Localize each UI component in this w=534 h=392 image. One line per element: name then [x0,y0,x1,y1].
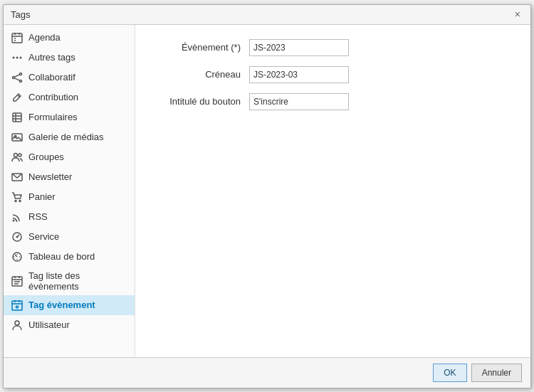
sidebar-item-tag-evenement[interactable]: Tag évènement [4,295,135,315]
group-icon [11,151,23,164]
share-icon [11,71,23,84]
sidebar-item-label: Formulaires [28,112,78,122]
sidebar-item-label: Utilisateur [28,319,70,330]
form-row-creneau: Créneau [157,66,509,83]
form-row-intitule-bouton: Intitulé du bouton [157,93,509,110]
sidebar-item-label: Autres tags [28,52,75,63]
svg-point-8 [20,56,22,58]
dots-icon [11,51,23,64]
sidebar-item-label: Collaboratif [28,72,75,83]
dialog-footer: OK Annuler [4,357,530,388]
svg-line-13 [15,78,20,80]
svg-point-7 [16,56,19,58]
service-icon [11,231,23,243]
sidebar-item-autres-tags[interactable]: Autres tags [4,48,135,68]
sidebar-item-contribution[interactable]: Contribution [4,88,135,107]
sidebar-item-groupes[interactable]: Groupes [4,147,135,167]
label-creneau: Créneau [157,69,249,80]
user-icon [11,319,23,332]
sidebar-item-panier[interactable]: Panier [4,187,135,207]
sidebar-item-agenda[interactable]: Agenda [4,28,135,48]
svg-point-26 [13,219,15,221]
sidebar-item-label: Tableau de bord [28,251,95,262]
sidebar-item-utilisateur[interactable]: Utilisateur [4,315,135,335]
sidebar-item-newsletter[interactable]: Newsletter [4,167,135,187]
edit-icon [11,91,23,104]
calendar-tag-icon [11,299,23,312]
svg-point-21 [14,153,18,157]
photo-icon [11,131,23,144]
svg-point-22 [19,154,21,157]
envelope-icon [11,171,23,184]
svg-rect-0 [12,33,22,43]
sidebar-item-tag-liste-evenements[interactable]: Tag liste des évènements [4,267,135,295]
svg-point-9 [20,73,22,75]
rss-icon [11,211,23,223]
dialog-title: Tags [11,9,30,20]
svg-rect-15 [13,113,21,122]
sidebar-item-label: Galerie de médias [28,132,104,142]
sidebar-item-rss[interactable]: RSS [4,207,135,227]
svg-point-28 [16,235,19,238]
svg-point-41 [15,321,19,325]
svg-point-10 [20,80,22,82]
svg-line-12 [15,74,20,76]
input-creneau[interactable] [249,66,349,83]
cancel-button[interactable]: Annuler [471,364,522,382]
sidebar: AgendaAutres tagsCollaboratifContributio… [4,25,135,357]
sidebar-item-label: Tag liste des évènements [28,270,127,292]
svg-point-11 [13,76,15,78]
main-content: Évènement (*)CréneauIntitulé du bouton [135,25,530,357]
list-icon [11,111,23,124]
svg-point-25 [19,200,21,201]
ok-button[interactable]: OK [433,364,466,382]
sidebar-item-label: Contribution [28,92,78,102]
form-row-evenement: Évènement (*) [157,39,509,56]
svg-point-6 [13,56,15,58]
label-evenement: Évènement (*) [157,42,249,53]
sidebar-item-service[interactable]: Service [4,227,135,247]
sidebar-item-galerie-medias[interactable]: Galerie de médias [4,127,135,147]
cart-icon [11,191,23,203]
calendar-list-icon [11,275,23,287]
sidebar-item-label: Panier [28,191,56,202]
label-intitule-bouton: Intitulé du bouton [157,96,249,107]
dialog-titlebar: Tags × [4,5,530,25]
sidebar-item-tableau-de-bord[interactable]: Tableau de bord [4,247,135,267]
dialog-body: AgendaAutres tagsCollaboratifContributio… [4,25,530,357]
input-evenement[interactable] [249,39,349,56]
sidebar-item-collaboratif[interactable]: Collaboratif [4,68,135,88]
svg-point-24 [15,200,16,201]
tags-dialog: Tags × AgendaAutres tagsCollaboratifCont… [3,4,531,388]
calendar-icon [11,31,23,44]
sidebar-item-label: Groupes [28,152,64,162]
input-intitule-bouton[interactable] [249,93,349,110]
dashboard-icon [11,250,23,263]
svg-point-40 [16,306,19,308]
sidebar-item-label: Tag évènement [28,300,95,310]
sidebar-item-label: Newsletter [28,171,72,182]
sidebar-item-formulaires[interactable]: Formulaires [4,107,135,127]
close-button[interactable]: × [512,8,523,21]
sidebar-item-label: Service [28,231,59,242]
sidebar-item-label: Agenda [28,32,61,43]
sidebar-item-label: RSS [28,211,48,222]
